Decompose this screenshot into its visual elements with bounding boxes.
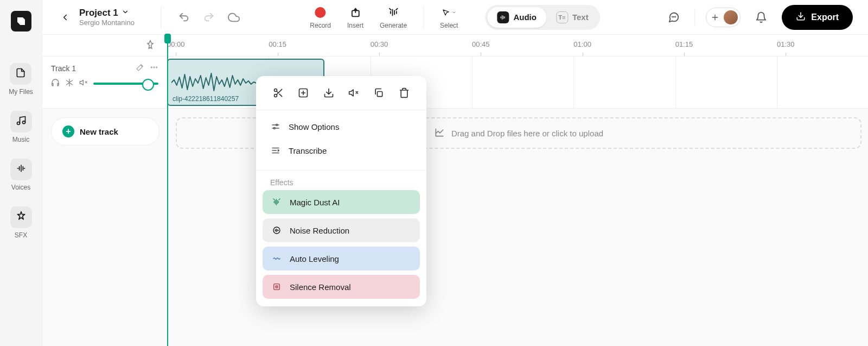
plus-icon: + xyxy=(62,125,74,137)
tool-label: Insert xyxy=(347,22,363,29)
new-track-button[interactable]: + New track xyxy=(51,117,159,146)
fx-auto-leveling[interactable]: Auto Leveling xyxy=(263,247,420,270)
fx-label: Magic Dust AI xyxy=(290,198,340,207)
pin-icon[interactable] xyxy=(145,40,157,52)
clip-label: clip-422218611840257 xyxy=(173,95,239,103)
svg-point-1 xyxy=(22,121,25,124)
noise-icon xyxy=(271,225,282,236)
notifications-button[interactable] xyxy=(751,8,771,27)
mute-clip-button[interactable] xyxy=(346,85,362,101)
download-icon xyxy=(796,11,806,23)
tick: 01:30 xyxy=(777,40,795,48)
sidebar-label: Voices xyxy=(11,184,30,191)
insert-button[interactable]: Insert xyxy=(347,5,363,29)
tick: 01:15 xyxy=(675,40,693,48)
sidebar-item-music[interactable]: Music xyxy=(10,111,32,143)
svg-rect-12 xyxy=(378,92,382,97)
effects-section-label: Effects xyxy=(256,170,426,190)
mode-text-button[interactable]: T≡ Text xyxy=(546,7,598,28)
voice-icon xyxy=(16,163,27,176)
generate-icon xyxy=(386,5,400,20)
mode-audio-button[interactable]: Audio xyxy=(487,7,546,28)
tool-label: Select xyxy=(440,22,458,29)
svg-point-4 xyxy=(674,16,674,17)
file-icon xyxy=(15,67,26,80)
delete-button[interactable] xyxy=(396,85,412,101)
sidebar-label: SFX xyxy=(15,231,27,239)
chevron-down-icon xyxy=(122,8,129,18)
svg-point-6 xyxy=(151,67,152,68)
fx-magic-dust[interactable]: Magic Dust AI xyxy=(263,190,420,214)
svg-point-0 xyxy=(17,122,20,125)
add-button[interactable] xyxy=(295,85,311,101)
download-clip-button[interactable] xyxy=(321,85,337,101)
svg-point-3 xyxy=(672,16,673,17)
volume-slider[interactable] xyxy=(93,83,158,85)
cursor-icon xyxy=(442,5,456,20)
menu-item-label: Show Options xyxy=(289,122,339,131)
upload-icon xyxy=(434,127,445,140)
fx-silence-removal[interactable]: Silence Removal xyxy=(263,275,420,299)
transcribe-item[interactable]: Transcribe xyxy=(256,139,426,162)
sidebar-item-sfx[interactable]: SFX xyxy=(10,206,32,239)
undo-button[interactable] xyxy=(176,10,192,25)
comments-button[interactable] xyxy=(664,8,684,27)
project-title[interactable]: Project 1 xyxy=(79,8,135,18)
dropzone-text: Drag and Drop files here or click to upl… xyxy=(451,129,603,138)
mode-label: Audio xyxy=(513,12,537,22)
svg-point-5 xyxy=(675,16,676,17)
silence-icon xyxy=(271,281,282,292)
new-track-label: New track xyxy=(80,127,118,136)
add-user-icon xyxy=(709,11,722,24)
cloud-sync-button[interactable] xyxy=(226,10,241,25)
level-icon xyxy=(271,253,282,264)
sidebar-label: Music xyxy=(12,136,29,143)
export-button[interactable]: Export xyxy=(782,5,853,30)
svg-point-7 xyxy=(154,67,155,68)
tick: 00:30 xyxy=(371,40,388,48)
more-icon[interactable] xyxy=(150,63,158,74)
text-mode-icon: T≡ xyxy=(556,11,568,23)
music-icon xyxy=(16,115,27,128)
duplicate-button[interactable] xyxy=(371,85,387,101)
tick: 00:15 xyxy=(269,40,286,48)
mute-icon[interactable] xyxy=(79,78,88,89)
select-tool-button[interactable]: Select xyxy=(440,5,458,29)
sliders-icon xyxy=(270,121,281,132)
timeline-ruler[interactable]: 00:00 00:15 00:30 00:45 01:00 01:15 01:3… xyxy=(167,35,868,56)
mode-label: Text xyxy=(572,12,589,22)
track-name[interactable]: Track 1 xyxy=(51,64,76,73)
fx-label: Silence Removal xyxy=(290,282,351,292)
svg-point-8 xyxy=(156,67,157,68)
context-menu: Show Options Transcribe Effects Magic Du… xyxy=(256,76,426,306)
tool-label: Generate xyxy=(380,22,407,29)
magic-wand-icon[interactable] xyxy=(136,63,144,74)
cut-button[interactable] xyxy=(270,85,286,101)
insert-icon xyxy=(348,5,362,20)
audio-mode-icon xyxy=(497,11,509,23)
record-button[interactable]: Record xyxy=(310,5,331,29)
export-label: Export xyxy=(811,12,839,22)
fx-label: Auto Leveling xyxy=(290,254,339,263)
tick: 01:00 xyxy=(573,40,591,48)
tool-label: Record xyxy=(310,22,331,29)
back-button[interactable] xyxy=(58,10,73,25)
app-logo[interactable] xyxy=(11,11,31,32)
playhead[interactable] xyxy=(167,35,168,346)
project-user: Sergio Montanino xyxy=(79,18,135,27)
tick: 00:45 xyxy=(472,40,490,48)
sparkle-icon xyxy=(271,197,282,207)
snowflake-icon[interactable] xyxy=(65,78,74,89)
redo-button[interactable] xyxy=(201,10,216,25)
fx-noise-reduction[interactable]: Noise Reduction xyxy=(263,218,420,242)
show-options-item[interactable]: Show Options xyxy=(256,115,426,139)
sidebar-item-voices[interactable]: Voices xyxy=(10,159,32,191)
generate-button[interactable]: Generate xyxy=(380,5,407,29)
sidebar-item-my-files[interactable]: My Files xyxy=(9,63,33,96)
sidebar-label: My Files xyxy=(9,88,33,96)
chevron-down-icon xyxy=(452,10,456,15)
fx-label: Noise Reduction xyxy=(290,226,349,235)
share-users[interactable] xyxy=(706,8,741,27)
headphone-icon[interactable] xyxy=(51,78,60,89)
record-icon xyxy=(315,7,326,18)
